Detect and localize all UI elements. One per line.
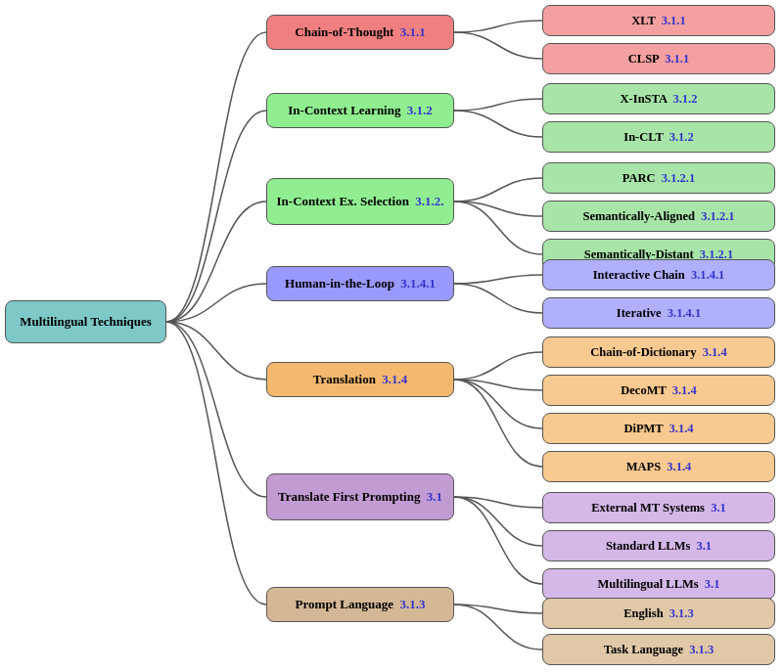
node-label: Chain-of-Thought 3.1.1: [295, 24, 425, 40]
node-dipmt: DiPMT 3.1.4: [542, 413, 775, 444]
node-label: Task Language 3.1.3: [604, 643, 714, 657]
node-label: DiPMT 3.1.4: [623, 422, 693, 436]
node-ref: 3.1.3: [399, 597, 425, 611]
node-ref: 3.1.4: [667, 460, 691, 473]
node-label: English 3.1.3: [623, 606, 693, 621]
node-trans: Translation 3.1.4: [266, 362, 454, 397]
node-label: CLSP 3.1.1: [628, 52, 689, 67]
node-label: X-InSTA 3.1.2: [621, 92, 698, 107]
node-label: Standard LLMs 3.1: [606, 539, 712, 554]
node-ref: 3.1.2: [407, 103, 433, 117]
node-label: XLT 3.1.1: [631, 14, 685, 28]
node-pl: Prompt Language 3.1.3: [266, 587, 454, 622]
node-label: Prompt Language 3.1.3: [296, 597, 426, 612]
node-semalign: Semantically-Aligned 3.1.2.1: [542, 201, 775, 232]
node-ref: 3.1.1: [400, 24, 426, 39]
node-ref: 3.1.2.1: [662, 171, 695, 185]
node-iterative: Iterative 3.1.4.1: [542, 297, 775, 329]
node-ref: 3.1.2: [672, 92, 697, 106]
node-ices: In-Context Ex. Selection 3.1.2.: [266, 178, 454, 225]
node-label: DecoMT 3.1.4: [621, 383, 696, 398]
node-hitl: Human-in-the-Loop 3.1.4.1: [266, 266, 454, 301]
node-ref: 3.1.3: [689, 643, 714, 656]
node-tfp: Translate First Prompting 3.1: [266, 473, 454, 520]
node-ref: 3.1.4.1: [400, 276, 436, 291]
node-ref: 3.1.3: [669, 606, 694, 620]
node-ref: 3.1.2: [669, 130, 694, 144]
node-label: Iterative 3.1.4.1: [617, 306, 701, 321]
node-ref: 3.1.1: [665, 52, 689, 66]
node-xlt: XLT 3.1.1: [542, 5, 775, 36]
node-decomt: DecoMT 3.1.4: [542, 375, 775, 406]
node-cot: Chain-of-Thought 3.1.1: [266, 15, 454, 50]
node-ref: 3.1: [427, 489, 442, 504]
node-label: In-CLT 3.1.2: [623, 130, 693, 145]
node-ref: 3.1.2.1: [701, 209, 734, 223]
node-tasklang: Task Language 3.1.3: [542, 634, 775, 665]
node-label: External MT Systems 3.1: [591, 501, 726, 515]
node-ref: 3.1.4.1: [668, 306, 701, 320]
node-intchain: Interactive Chain 3.1.4.1: [542, 259, 775, 291]
node-stdllm: Standard LLMs 3.1: [542, 530, 775, 561]
node-label: Human-in-the-Loop 3.1.4.1: [285, 276, 436, 291]
node-ref: 3.1: [705, 577, 720, 591]
node-label: MAPS 3.1.4: [626, 460, 692, 474]
node-ref: 3.1: [696, 539, 712, 553]
node-ref: 3.1.2.: [415, 194, 443, 208]
node-multillm: Multilingual LLMs 3.1: [542, 568, 775, 600]
node-label: Multilingual LLMs 3.1: [598, 577, 720, 592]
node-ref: 3.1.1: [662, 14, 686, 27]
node-label: Translate First Prompting 3.1: [278, 489, 442, 505]
node-label: In-Context Ex. Selection 3.1.2.: [277, 194, 444, 209]
node-ref: 3.1.4: [672, 383, 697, 397]
node-english: English 3.1.3: [542, 598, 775, 629]
node-icl: In-Context Learning 3.1.2: [266, 93, 454, 128]
node-label: Translation 3.1.4: [313, 372, 407, 387]
mind-map-diagram: Multilingual TechniquesChain-of-Thought …: [0, 0, 784, 672]
node-label: Semantically-Aligned 3.1.2.1: [582, 209, 734, 224]
node-ref: 3.1: [711, 501, 726, 515]
node-maps: MAPS 3.1.4: [542, 451, 775, 482]
node-ref: 3.1.4: [382, 372, 407, 386]
node-label: PARC 3.1.2.1: [623, 171, 695, 186]
node-label: Chain-of-Dictionary 3.1.4: [590, 345, 726, 360]
node-ref: 3.1.4: [703, 345, 727, 359]
node-root: Multilingual Techniques: [5, 300, 166, 343]
node-ref: 3.1.4.1: [691, 268, 724, 282]
node-ref: 3.1.4: [669, 422, 694, 435]
node-label: Multilingual Techniques: [20, 314, 152, 330]
node-cod: Chain-of-Dictionary 3.1.4: [542, 336, 775, 368]
node-label: Interactive Chain 3.1.4.1: [593, 268, 725, 283]
node-inclt: In-CLT 3.1.2: [542, 121, 775, 153]
node-extmt: External MT Systems 3.1: [542, 492, 775, 523]
node-clsp: CLSP 3.1.1: [542, 43, 775, 74]
node-xinsta: X-InSTA 3.1.2: [542, 83, 775, 114]
node-parc: PARC 3.1.2.1: [542, 162, 775, 194]
node-label: In-Context Learning 3.1.2: [288, 103, 432, 118]
